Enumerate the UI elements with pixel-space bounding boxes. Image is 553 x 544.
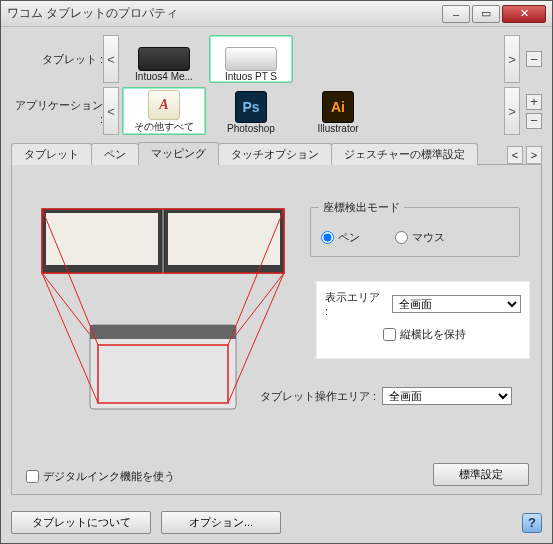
mode-mouse-label: マウス [412, 230, 445, 245]
tab-touch-options[interactable]: タッチオプション [218, 143, 332, 165]
tablet-selector-row: タブレット : < Intuos4 Me... Intuos PT S > − [11, 35, 542, 83]
tablet-next-button[interactable]: > [504, 35, 520, 83]
app-item-label: Photoshop [227, 123, 275, 134]
mapping-diagram [38, 205, 308, 415]
digital-ink-row[interactable]: デジタルインク機能を使う [26, 469, 175, 484]
app-prev-button[interactable]: < [103, 87, 119, 135]
mapping-panel: 座標検出モード ペン マウス 表示エリア : 全画面 [11, 165, 542, 495]
help-icon[interactable]: ? [522, 513, 542, 533]
wacom-properties-window: ワコム タブレットのプロパティ – ▭ ✕ タブレット : < Intuos4 … [0, 0, 553, 544]
illustrator-icon: Ai [322, 91, 354, 123]
app-next-button[interactable]: > [504, 87, 520, 135]
svg-rect-1 [46, 213, 158, 265]
app-item-illustrator[interactable]: Ai Illustrator [296, 87, 380, 135]
app-items: A その他すべて Ps Photoshop Ai Illustrator [119, 87, 383, 135]
tab-pen[interactable]: ペン [91, 143, 139, 165]
app-item-label: Illustrator [317, 123, 358, 134]
display-area-select[interactable]: 全画面 [392, 295, 521, 313]
content: タブレット : < Intuos4 Me... Intuos PT S > − [1, 27, 552, 505]
tab-mapping[interactable]: マッピング [138, 142, 219, 165]
keep-aspect-row[interactable]: 縦横比を保持 [383, 327, 521, 342]
display-area-row: 表示エリア : 全画面 [325, 290, 521, 317]
tab-scroll-left[interactable]: < [507, 146, 523, 164]
about-tablet-button[interactable]: タブレットについて [11, 511, 151, 534]
tab-gesture-defaults[interactable]: ジェスチャーの標準設定 [331, 143, 478, 165]
tabbar: タブレット ペン マッピング タッチオプション ジェスチャーの標準設定 < > [11, 141, 542, 165]
options-button[interactable]: オプション... [161, 511, 281, 534]
all-apps-icon: A [148, 90, 180, 120]
tablet-area-row: タブレット操作エリア : 全画面 [260, 387, 512, 405]
svg-rect-3 [168, 213, 280, 265]
mode-group-label: 座標検出モード [319, 200, 404, 215]
tablet-item-intuos4[interactable]: Intuos4 Me... [122, 35, 206, 83]
display-area-box: 表示エリア : 全画面 縦横比を保持 [316, 281, 530, 359]
app-remove-button[interactable]: − [526, 113, 542, 129]
tablet-remove-button[interactable]: − [526, 51, 542, 67]
display-area-label: 表示エリア : [325, 290, 386, 317]
keep-aspect-label: 縦横比を保持 [400, 327, 466, 342]
tablet-prev-button[interactable]: < [103, 35, 119, 83]
close-button[interactable]: ✕ [502, 5, 546, 23]
tablet-row-label: タブレット : [11, 52, 103, 67]
app-item-label: その他すべて [134, 120, 194, 134]
tablet-light-icon [225, 47, 277, 71]
footer: タブレットについて オプション... ? [1, 505, 552, 540]
default-settings-button[interactable]: 標準設定 [433, 463, 529, 486]
mode-mouse-radio[interactable]: マウス [395, 230, 445, 245]
tab-tablet[interactable]: タブレット [11, 143, 92, 165]
mode-mouse-input[interactable] [395, 231, 408, 244]
app-item-all-others[interactable]: A その他すべて [122, 87, 206, 135]
tablet-item-label: Intuos4 Me... [135, 71, 193, 82]
svg-rect-9 [90, 325, 236, 339]
mode-pen-input[interactable] [321, 231, 334, 244]
app-item-photoshop[interactable]: Ps Photoshop [209, 87, 293, 135]
digital-ink-checkbox[interactable] [26, 470, 39, 483]
tablet-area-select[interactable]: 全画面 [382, 387, 512, 405]
coordinate-mode-group: 座標検出モード ペン マウス [310, 207, 520, 257]
titlebar[interactable]: ワコム タブレットのプロパティ – ▭ ✕ [1, 1, 552, 27]
digital-ink-label: デジタルインク機能を使う [43, 469, 175, 484]
maximize-button[interactable]: ▭ [472, 5, 500, 23]
minimize-button[interactable]: – [442, 5, 470, 23]
app-add-button[interactable]: + [526, 94, 542, 110]
tablet-items: Intuos4 Me... Intuos PT S [119, 35, 296, 83]
tab-scroll-right[interactable]: > [526, 146, 542, 164]
app-row-label: アプリケーション : [11, 98, 103, 125]
application-selector-row: アプリケーション : < A その他すべて Ps Photoshop Ai Il… [11, 87, 542, 135]
tablet-item-intuos-pt-s[interactable]: Intuos PT S [209, 35, 293, 83]
tablet-area-label: タブレット操作エリア : [260, 389, 376, 404]
photoshop-icon: Ps [235, 91, 267, 123]
tablet-item-label: Intuos PT S [225, 71, 277, 82]
mode-pen-label: ペン [338, 230, 360, 245]
keep-aspect-checkbox[interactable] [383, 328, 396, 341]
mode-pen-radio[interactable]: ペン [321, 230, 360, 245]
tablet-dark-icon [138, 47, 190, 71]
window-title: ワコム タブレットのプロパティ [7, 5, 440, 22]
